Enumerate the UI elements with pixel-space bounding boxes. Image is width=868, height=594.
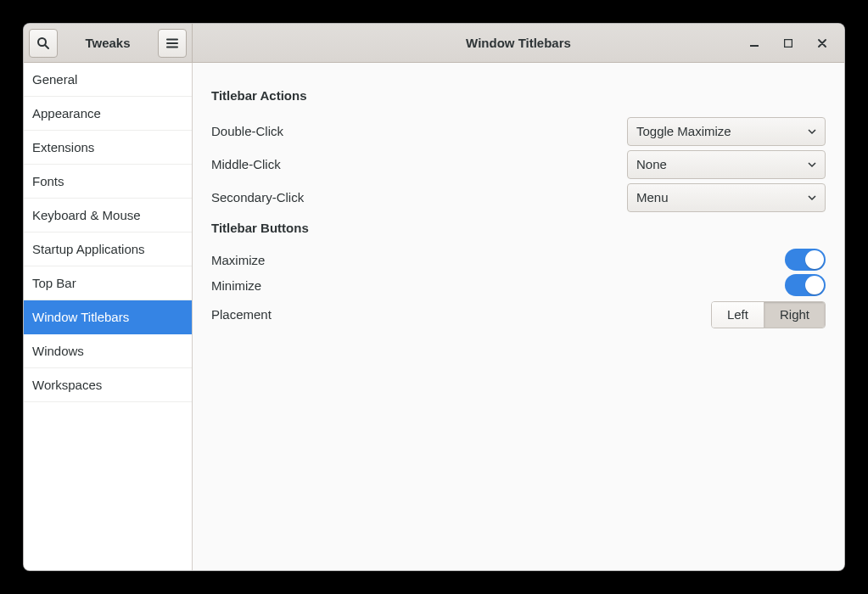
section-title-titlebar-actions: Titlebar Actions bbox=[211, 88, 826, 103]
row-secondary-click: Secondary-Click Menu bbox=[211, 181, 826, 214]
maximize-window-button[interactable] bbox=[781, 36, 795, 50]
close-icon bbox=[818, 39, 826, 48]
segmented-placement: Left Right bbox=[711, 301, 826, 328]
close-window-button[interactable] bbox=[815, 36, 829, 50]
combo-double-click-value: Toggle Maximize bbox=[636, 124, 731, 138]
content-pane: Titlebar Actions Double-Click Toggle Max… bbox=[193, 63, 844, 570]
headerbar-right: Window Titlebars bbox=[193, 24, 844, 62]
combo-secondary-click-value: Menu bbox=[636, 190, 669, 205]
placement-left-button[interactable]: Left bbox=[712, 302, 764, 328]
sidebar-item-keyboard-mouse[interactable]: Keyboard & Mouse bbox=[24, 199, 192, 233]
row-double-click: Double-Click Toggle Maximize bbox=[211, 115, 826, 148]
chevron-down-icon bbox=[808, 160, 816, 169]
sidebar-item-general[interactable]: General bbox=[24, 63, 192, 97]
search-icon bbox=[36, 36, 50, 50]
sidebar-item-windows[interactable]: Windows bbox=[24, 334, 192, 368]
label-middle-click: Middle-Click bbox=[211, 157, 281, 171]
maximize-icon bbox=[784, 39, 792, 48]
label-placement: Placement bbox=[211, 307, 272, 322]
window-controls bbox=[748, 36, 844, 50]
sidebar: General Appearance Extensions Fonts Keyb… bbox=[24, 63, 193, 570]
label-secondary-click: Secondary-Click bbox=[211, 190, 304, 205]
switch-minimize[interactable] bbox=[785, 274, 826, 296]
combo-double-click[interactable]: Toggle Maximize bbox=[627, 117, 826, 146]
svg-line-1 bbox=[45, 45, 48, 48]
app-window: Tweaks Window Titlebars General bbox=[23, 23, 845, 571]
sidebar-item-fonts[interactable]: Fonts bbox=[24, 165, 192, 199]
label-minimize: Minimize bbox=[211, 278, 261, 293]
combo-middle-click[interactable]: None bbox=[627, 150, 826, 179]
sidebar-item-appearance[interactable]: Appearance bbox=[24, 97, 192, 131]
app-body: General Appearance Extensions Fonts Keyb… bbox=[24, 63, 844, 570]
minimize-icon bbox=[750, 39, 759, 48]
page-title: Window Titlebars bbox=[193, 36, 844, 50]
sidebar-item-top-bar[interactable]: Top Bar bbox=[24, 266, 192, 300]
sidebar-item-window-titlebars[interactable]: Window Titlebars bbox=[24, 300, 192, 334]
section-title-titlebar-buttons: Titlebar Buttons bbox=[211, 221, 826, 235]
hamburger-menu-button[interactable] bbox=[158, 29, 187, 58]
switch-maximize[interactable] bbox=[785, 249, 826, 271]
chevron-down-icon bbox=[808, 127, 816, 136]
combo-secondary-click[interactable]: Menu bbox=[627, 183, 826, 212]
placement-right-button[interactable]: Right bbox=[764, 302, 825, 328]
svg-rect-3 bbox=[785, 39, 792, 47]
hamburger-icon bbox=[165, 36, 179, 50]
minimize-window-button[interactable] bbox=[748, 36, 761, 50]
row-minimize: Minimize bbox=[211, 272, 826, 298]
sidebar-item-startup-applications[interactable]: Startup Applications bbox=[24, 233, 192, 266]
sidebar-item-extensions[interactable]: Extensions bbox=[24, 131, 192, 165]
combo-middle-click-value: None bbox=[636, 157, 667, 171]
search-button[interactable] bbox=[29, 29, 58, 58]
svg-rect-2 bbox=[750, 45, 759, 47]
sidebar-item-workspaces[interactable]: Workspaces bbox=[24, 368, 192, 402]
row-maximize: Maximize bbox=[211, 247, 826, 272]
headerbar-left: Tweaks bbox=[24, 24, 193, 62]
headerbar: Tweaks Window Titlebars bbox=[24, 24, 844, 63]
label-maximize: Maximize bbox=[211, 253, 265, 267]
chevron-down-icon bbox=[808, 193, 816, 202]
row-middle-click: Middle-Click None bbox=[211, 148, 826, 181]
label-double-click: Double-Click bbox=[211, 124, 283, 138]
row-placement: Placement Left Right bbox=[211, 298, 826, 331]
